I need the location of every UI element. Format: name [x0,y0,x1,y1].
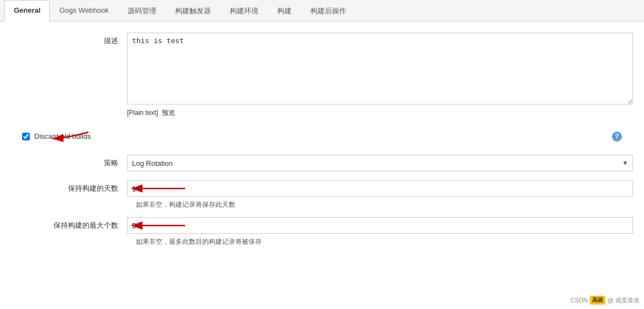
keep-max-hint: 如果非空，最多此数目的构建记录将被保存 [22,237,633,247]
keep-max-input-wrap [127,217,633,234]
tab-general[interactable]: General [4,0,50,22]
description-field-wrap: [Plain text] 预览 [127,33,633,118]
keep-days-label: 保持构建的天数 [22,184,127,193]
keep-days-row: 保持构建的天数 [22,180,633,197]
watermark-site: CSDN [571,297,588,303]
description-textarea[interactable] [127,33,633,104]
keep-days-input-wrap [127,180,633,197]
sub-form: 保持构建的天数 如果非空，构建记录将保存此天数 [11,180,633,247]
tab-build-env[interactable]: 构建环境 [220,0,268,22]
tab-bar: General Gogs Webhook 源码管理 构建触发器 构建环境 构建 … [0,0,644,22]
strategy-row: 策略 Log Rotation Build Discarder ▼ [11,155,633,171]
keep-days-input[interactable] [127,180,633,197]
description-row: 描述 [Plain text] 预览 [11,33,633,118]
strategy-select-wrap: Log Rotation Build Discarder ▼ [127,155,633,171]
watermark: CSDN 高级 @ 成蛋黄派 [571,296,640,305]
description-label: 描述 [11,33,127,46]
tab-build[interactable]: 构建 [268,0,301,22]
keep-days-hint: 如果非空，构建记录将保存此天数 [22,200,633,210]
discard-builds-label[interactable]: Discard old builds [34,132,91,140]
keep-max-label: 保持构建的最大个数 [22,221,127,231]
keep-max-input[interactable] [127,217,633,234]
tab-post-build[interactable]: 构建后操作 [301,0,356,22]
tab-source-management[interactable]: 源码管理 [118,0,166,22]
watermark-badge: 高级 [590,296,605,305]
strategy-label: 策略 [11,158,127,168]
plain-text-link[interactable]: [Plain text] 预览 [127,108,633,118]
tab-build-trigger[interactable]: 构建触发器 [166,0,220,22]
plain-text-label: [Plain text] [127,109,158,117]
preview-label[interactable]: 预览 [162,109,175,117]
discard-builds-checkbox[interactable] [22,133,30,140]
discard-builds-row: Discard old builds ? [11,127,633,146]
help-icon[interactable]: ? [612,132,622,142]
strategy-select[interactable]: Log Rotation Build Discarder [127,155,633,171]
keep-max-row: 保持构建的最大个数 [22,217,633,234]
watermark-author: @ 成蛋黄派 [608,296,640,305]
tab-gogs-webhook[interactable]: Gogs Webhook [50,0,118,22]
